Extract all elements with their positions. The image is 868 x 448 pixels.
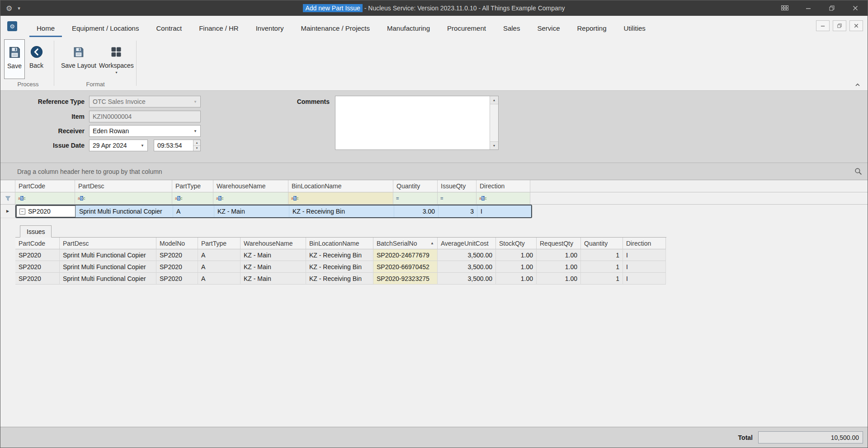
- tab-issues[interactable]: Issues: [20, 225, 52, 238]
- detail-cell-quantity[interactable]: 1: [581, 273, 623, 285]
- detail-cell-partcode[interactable]: SP2020: [15, 273, 60, 285]
- filter-cell-parttype[interactable]: abc: [172, 192, 213, 205]
- detail-column-header-parttype[interactable]: PartType: [198, 238, 241, 249]
- detail-row[interactable]: SP2020 Sprint Multi Functional Copier SP…: [15, 261, 666, 273]
- collapse-detail-icon[interactable]: −: [19, 209, 25, 215]
- tab-contract[interactable]: Contract: [149, 21, 189, 37]
- column-header-direction[interactable]: Direction: [476, 180, 530, 192]
- filter-cell-binlocationname[interactable]: abc: [288, 192, 393, 205]
- detail-cell-direction[interactable]: I: [623, 261, 666, 273]
- app-logo-icon[interactable]: ⚙: [7, 21, 17, 31]
- titlebar-close-button[interactable]: [850, 3, 860, 13]
- filter-cell-quantity[interactable]: =: [393, 192, 438, 205]
- scroll-down-icon[interactable]: ▼: [490, 141, 498, 149]
- tab-reporting[interactable]: Reporting: [570, 21, 613, 37]
- detail-cell-batchserialno[interactable]: SP2020-66970452: [373, 261, 438, 273]
- detail-cell-averageunitcost[interactable]: 3,500.00: [438, 249, 496, 261]
- detail-cell-batchserialno[interactable]: SP2020-92323275: [373, 273, 438, 285]
- collapse-ribbon-button[interactable]: [853, 81, 862, 89]
- tab-utilities[interactable]: Utilities: [617, 21, 653, 37]
- filter-cell-issueqty[interactable]: =: [438, 192, 476, 205]
- detail-cell-partcode[interactable]: SP2020: [15, 261, 60, 273]
- detail-column-header-modelno[interactable]: ModelNo: [156, 238, 198, 249]
- detail-column-header-stockqty[interactable]: StockQty: [496, 238, 537, 249]
- detail-cell-warehousename[interactable]: KZ - Main: [241, 273, 306, 285]
- filter-cell-warehousename[interactable]: abc: [213, 192, 288, 205]
- detail-cell-warehousename[interactable]: KZ - Main: [241, 261, 306, 273]
- detail-row[interactable]: SP2020 Sprint Multi Functional Copier SP…: [15, 273, 666, 285]
- cell-partdesc[interactable]: Sprint Multi Functional Copier: [76, 205, 173, 217]
- detail-column-header-partdesc[interactable]: PartDesc: [60, 238, 156, 249]
- column-header-parttype[interactable]: PartType: [172, 180, 213, 192]
- detail-row[interactable]: SP2020 Sprint Multi Functional Copier SP…: [15, 249, 666, 261]
- detail-cell-binlocationname[interactable]: KZ - Receiving Bin: [306, 273, 373, 285]
- tab-home[interactable]: Home: [29, 21, 62, 37]
- detail-cell-partcode[interactable]: SP2020: [15, 249, 60, 261]
- apps-grid-button[interactable]: [780, 3, 790, 13]
- detail-cell-direction[interactable]: I: [623, 249, 666, 261]
- cell-warehousename[interactable]: KZ - Main: [214, 205, 289, 217]
- filter-cell-partdesc[interactable]: abc: [75, 192, 172, 205]
- detail-cell-requestqty[interactable]: 1.00: [537, 261, 581, 273]
- tab-sales[interactable]: Sales: [496, 21, 528, 37]
- detail-cell-requestqty[interactable]: 1.00: [537, 249, 581, 261]
- detail-column-header-requestqty[interactable]: RequestQty: [537, 238, 581, 249]
- spin-up-icon[interactable]: ▲: [193, 140, 200, 146]
- comments-scrollbar[interactable]: ▲ ▼: [490, 96, 498, 149]
- detail-cell-parttype[interactable]: A: [198, 261, 241, 273]
- comments-textarea[interactable]: ▲ ▼: [335, 96, 499, 150]
- detail-cell-partdesc[interactable]: Sprint Multi Functional Copier: [60, 273, 156, 285]
- detail-cell-direction[interactable]: I: [623, 273, 666, 285]
- detail-cell-requestqty[interactable]: 1.00: [537, 273, 581, 285]
- group-by-panel[interactable]: Drag a column header here to group by th…: [0, 163, 868, 180]
- detail-cell-parttype[interactable]: A: [198, 273, 241, 285]
- master-grid-row[interactable]: ▶ − SP2020 Sprint Multi Functional Copie…: [0, 205, 868, 218]
- detail-cell-quantity[interactable]: 1: [581, 261, 623, 273]
- titlebar-restore-button[interactable]: [827, 3, 837, 13]
- detail-cell-stockqty[interactable]: 1.00: [496, 261, 537, 273]
- tab-inventory[interactable]: Inventory: [249, 21, 291, 37]
- column-header-binlocationname[interactable]: BinLocationName: [288, 180, 393, 192]
- workspaces-button[interactable]: Workspaces ▾: [96, 39, 137, 79]
- item-field[interactable]: KZIN0000004: [89, 111, 201, 122]
- column-header-issueqty[interactable]: IssueQty: [438, 180, 476, 192]
- detail-column-header-quantity[interactable]: Quantity: [581, 238, 623, 249]
- detail-cell-averageunitcost[interactable]: 3,500.00: [438, 273, 496, 285]
- detail-cell-quantity[interactable]: 1: [581, 249, 623, 261]
- cell-parttype[interactable]: A: [173, 205, 214, 217]
- detail-cell-binlocationname[interactable]: KZ - Receiving Bin: [306, 261, 373, 273]
- detail-cell-modelno[interactable]: SP2020: [156, 249, 198, 261]
- detail-cell-partdesc[interactable]: Sprint Multi Functional Copier: [60, 261, 156, 273]
- detail-column-header-warehousename[interactable]: WarehouseName: [241, 238, 306, 249]
- column-header-partdesc[interactable]: PartDesc: [75, 180, 172, 192]
- detail-cell-binlocationname[interactable]: KZ - Receiving Bin: [306, 249, 373, 261]
- detail-cell-modelno[interactable]: SP2020: [156, 261, 198, 273]
- tab-procurement[interactable]: Procurement: [440, 21, 493, 37]
- detail-cell-warehousename[interactable]: KZ - Main: [241, 249, 306, 261]
- ribbon-restore-button[interactable]: [833, 20, 846, 31]
- save-button[interactable]: Save: [4, 39, 25, 79]
- detail-column-header-averageunitcost[interactable]: AverageUnitCost: [438, 238, 496, 249]
- issue-date-picker[interactable]: 29 Apr 2024 ▼: [89, 140, 148, 151]
- issue-time-field[interactable]: 09:53:54 ▲ ▼: [154, 140, 201, 151]
- detail-cell-modelno[interactable]: SP2020: [156, 273, 198, 285]
- tab-equipment-locations[interactable]: Equipment / Locations: [65, 21, 146, 37]
- column-header-warehousename[interactable]: WarehouseName: [213, 180, 288, 192]
- ribbon-minimize-button[interactable]: [816, 20, 830, 31]
- ribbon-close-button[interactable]: [849, 20, 863, 31]
- detail-column-header-binlocationname[interactable]: BinLocationName: [306, 238, 373, 249]
- detail-cell-stockqty[interactable]: 1.00: [496, 273, 537, 285]
- detail-cell-batchserialno[interactable]: SP2020-24677679: [373, 249, 438, 261]
- cell-binlocationname[interactable]: KZ - Receiving Bin: [289, 205, 394, 217]
- detail-cell-partdesc[interactable]: Sprint Multi Functional Copier: [60, 249, 156, 261]
- tab-finance-hr[interactable]: Finance / HR: [192, 21, 246, 37]
- detail-cell-averageunitcost[interactable]: 3,500.00: [438, 261, 496, 273]
- detail-column-header-batchserialno[interactable]: BatchSerialNo▲: [373, 238, 438, 249]
- column-header-partcode[interactable]: PartCode: [15, 180, 75, 192]
- column-header-quantity[interactable]: Quantity: [393, 180, 438, 192]
- detail-column-header-partcode[interactable]: PartCode: [15, 238, 60, 249]
- reference-type-dropdown[interactable]: OTC Sales Invoice ▼: [89, 96, 201, 107]
- titlebar-minimize-button[interactable]: [803, 3, 813, 13]
- cell-quantity[interactable]: 3.00: [394, 205, 439, 217]
- save-layout-button[interactable]: Save Layout: [58, 39, 99, 79]
